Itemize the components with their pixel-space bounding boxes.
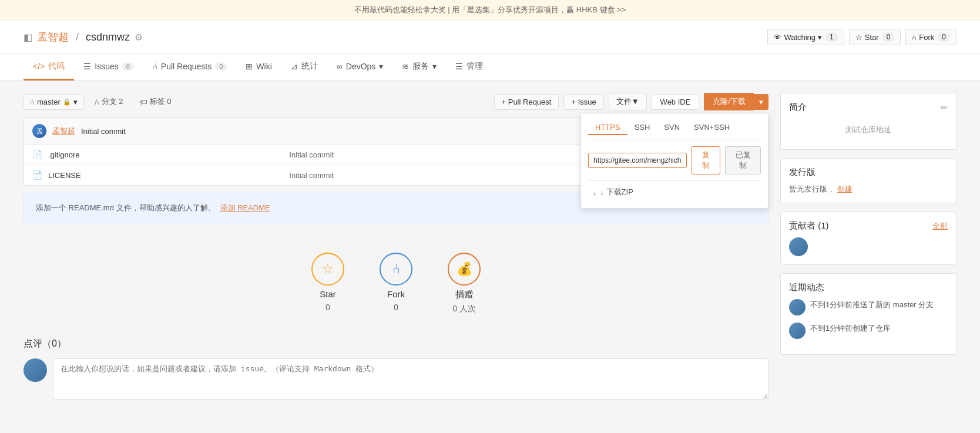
clone-dropdown: HTTPS SSH SVN SVN+SSH 复制 已复制 ↓ ↓ 下载ZIP xyxy=(580,113,768,209)
sidebar-contributors-section: 贡献者 (1) 全部 xyxy=(780,212,956,265)
tab-pull-requests[interactable]: ⑃ Pull Requests 0 xyxy=(143,54,237,80)
sidebar-release-section: 发行版 暂无发行版， 创建 xyxy=(780,158,956,203)
issues-tab-label: Issues xyxy=(95,62,118,71)
code-tab-label: 代码 xyxy=(48,61,65,72)
clone-tab-svn[interactable]: SVN xyxy=(657,120,687,135)
repo-sidebar: 简介 ✏ 测试仓库地址 发行版 暂无发行版， 创建 贡献者 (1) 全部 xyxy=(780,93,956,400)
clone-url-row: 复制 已复制 xyxy=(588,146,761,174)
service-tab-label: 服务 xyxy=(412,61,429,72)
branch-stat-icon: ⑃ xyxy=(95,98,99,106)
fork-label: Fork xyxy=(919,33,934,42)
donate-card-count: 0 人次 xyxy=(452,304,476,314)
intro-edit-icon[interactable]: ✏ xyxy=(941,103,948,112)
tab-stats[interactable]: ⊿ 统计 xyxy=(281,54,327,80)
star-button[interactable]: ☆ Star 0 xyxy=(849,29,901,45)
tab-wiki[interactable]: ⊞ Wiki xyxy=(236,54,281,80)
sidebar-activity-section: 近期动态 不到1分钟前推送了新的 master 分支 不到1分钟前创建了仓库 xyxy=(780,273,956,355)
branches-label: 分支 2 xyxy=(102,96,123,107)
branch-name: master xyxy=(37,98,61,106)
comments-title: 点评（0） xyxy=(24,338,768,350)
clone-tab-svnssh[interactable]: SVN+SSH xyxy=(687,120,737,135)
fork-card-label: Fork xyxy=(387,289,405,299)
clone-tabs: HTTPS SSH SVN SVN+SSH xyxy=(588,120,761,140)
tab-devops[interactable]: ∞ DevOps ▾ xyxy=(327,54,393,80)
clone-main-button[interactable]: 克隆/下载 xyxy=(704,93,754,110)
social-cards: ☆ Star 0 ⑃ Fork 0 💰 捐赠 0 人次 xyxy=(24,235,768,332)
wiki-tab-label: Wiki xyxy=(256,62,271,71)
settings-icon[interactable]: ⚙ xyxy=(135,32,143,43)
pr-tab-label: Pull Requests xyxy=(161,62,212,71)
branches-button[interactable]: ⑃ 分支 2 xyxy=(89,93,129,110)
issue-button[interactable]: + Issue xyxy=(563,94,603,110)
download-zip-button[interactable]: ↓ ↓ 下载ZIP xyxy=(588,180,761,201)
contributors-title-text: 贡献者 (1) xyxy=(789,220,829,231)
repo-toolbar: ⑃ master 🔒 ▾ ⑃ 分支 2 🏷 标签 0 + Pull Reques… xyxy=(24,93,768,110)
create-release-link[interactable]: 创建 xyxy=(837,184,853,193)
manage-tab-icon: ☰ xyxy=(455,62,463,71)
contributors-title: 贡献者 (1) 全部 xyxy=(789,220,948,231)
star-label: Star xyxy=(865,33,879,42)
file-button[interactable]: 文件▼ xyxy=(609,93,647,110)
clone-arrow-button[interactable]: ▾ xyxy=(754,94,768,110)
release-title-text: 发行版 xyxy=(789,167,815,178)
nav-tabs: </> 代码 ☰ Issues 0 ⑃ Pull Requests 0 ⊞ Wi… xyxy=(0,54,980,81)
issues-badge: 0 xyxy=(122,62,134,71)
clone-tab-https[interactable]: HTTPS xyxy=(588,120,627,135)
watching-button[interactable]: 👁 Watching ▾ 1 xyxy=(767,29,844,45)
fork-button[interactable]: ⑃ Fork 0 xyxy=(905,29,956,45)
pull-request-button[interactable]: + Pull Request xyxy=(494,94,559,110)
release-title: 发行版 xyxy=(789,167,948,178)
readme-banner-text: 添加一个 README.md 文件，帮助感兴趣的人了解。 xyxy=(36,203,216,213)
tag-icon: 🏷 xyxy=(140,98,147,106)
clone-btn-wrapper: 克隆/下载 ▾ HTTPS SSH SVN SVN+SSH 复制 已复制 xyxy=(704,93,768,110)
wiki-tab-icon: ⊞ xyxy=(246,62,253,71)
owner-link[interactable]: 孟智超 xyxy=(37,30,69,44)
download-icon: ↓ xyxy=(593,188,597,197)
tab-code[interactable]: </> 代码 xyxy=(24,54,74,80)
tags-button[interactable]: 🏷 标签 0 xyxy=(134,93,177,110)
star-card-icon[interactable]: ☆ xyxy=(311,253,344,286)
activity-avatar-2 xyxy=(789,323,806,339)
issues-tab-icon: ☰ xyxy=(83,62,91,71)
copy-button[interactable]: 复制 xyxy=(692,146,720,174)
branch-select[interactable]: ⑃ master 🔒 ▾ xyxy=(24,94,84,110)
branch-icon: ⑃ xyxy=(30,98,35,106)
repo-title: ◧ 孟智超 / csdnmwz ⚙ xyxy=(24,30,143,44)
clone-url-input[interactable] xyxy=(588,153,687,168)
clone-tab-ssh[interactable]: SSH xyxy=(627,120,657,135)
service-dropdown-icon: ▾ xyxy=(432,62,437,71)
comments-section: 点评（0） xyxy=(24,338,768,400)
devops-dropdown-icon: ▾ xyxy=(379,62,383,71)
pr-badge: 0 xyxy=(215,62,227,71)
tab-service[interactable]: ≋ 服务 ▾ xyxy=(392,54,446,80)
star-icon: ☆ xyxy=(855,33,862,42)
webide-button[interactable]: Web IDE xyxy=(652,94,700,110)
file-link-gitignore[interactable]: .gitignore xyxy=(48,150,79,159)
repo-name-label: csdnmwz xyxy=(86,31,130,43)
file-name-gitignore: .gitignore xyxy=(48,150,283,159)
commit-author-link[interactable]: 孟智超 xyxy=(52,126,75,136)
star-card-label: Star xyxy=(320,289,336,299)
fork-card-icon[interactable]: ⑃ xyxy=(380,253,412,286)
devops-tab-label: DevOps xyxy=(346,62,376,71)
release-no-text: 暂无发行版， xyxy=(789,184,835,193)
title-slash: / xyxy=(76,31,79,43)
fork-icon: ⑃ xyxy=(912,33,917,42)
comment-textarea[interactable] xyxy=(53,358,768,400)
copied-button: 已复制 xyxy=(725,146,761,174)
download-zip-label: ↓ 下载ZIP xyxy=(600,187,633,197)
add-readme-link[interactable]: 添加 README xyxy=(220,203,270,213)
donate-card-icon[interactable]: 💰 xyxy=(448,253,481,286)
watching-dropdown-icon: ▾ xyxy=(818,33,822,42)
tab-issues[interactable]: ☰ Issues 0 xyxy=(74,54,143,80)
sidebar-intro-title: 简介 ✏ xyxy=(789,102,948,113)
commit-author-avatar: 孟 xyxy=(32,124,46,138)
activity-item-1: 不到1分钟前推送了新的 master 分支 xyxy=(789,299,948,315)
banner-text: 不用敲代码也能轻松拿大奖 | 用「星选集」分享优秀开源项目，赢 HHKB 键盘 … xyxy=(354,5,626,14)
main-content: ⑃ master 🔒 ▾ ⑃ 分支 2 🏷 标签 0 + Pull Reques… xyxy=(0,81,980,411)
contributors-all-link[interactable]: 全部 xyxy=(932,221,948,231)
tab-manage[interactable]: ☰ 管理 xyxy=(446,54,492,80)
fork-card-count: 0 xyxy=(394,303,398,312)
file-link-license[interactable]: LICENSE xyxy=(48,171,81,180)
stats-tab-label: 统计 xyxy=(301,61,318,72)
